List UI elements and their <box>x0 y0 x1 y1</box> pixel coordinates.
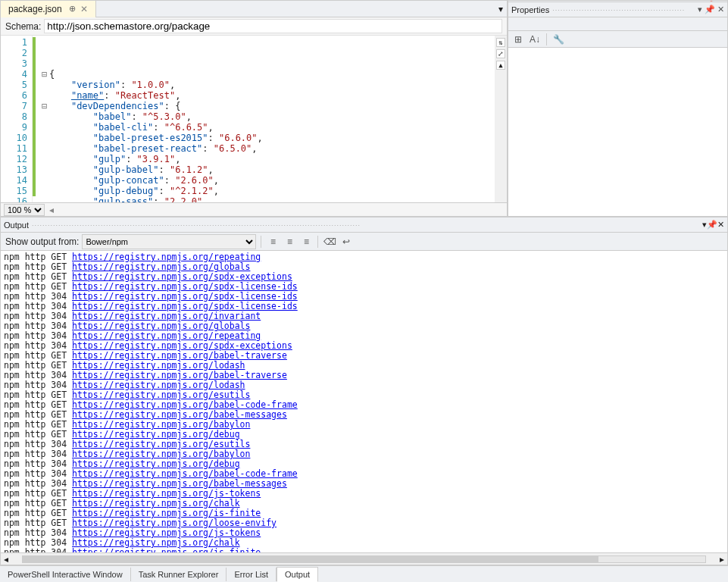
editor-body[interactable]: 1234567891011121314151617 ⊟{ "version": … <box>1 36 507 202</box>
change-marker <box>33 37 36 196</box>
show-output-label: Show output from: <box>5 236 79 247</box>
output-source-select[interactable]: Bower/npm <box>82 234 256 249</box>
dropdown-icon[interactable]: ▾ <box>698 5 702 14</box>
editor-tab-strip: package.json ⊕ ✕ ▾ <box>1 1 507 17</box>
output-body[interactable]: npm http GET https://registry.npmjs.org/… <box>1 251 727 552</box>
properties-selector[interactable] <box>508 17 727 31</box>
tab-error-list[interactable]: Error List <box>227 568 277 581</box>
scroll-thumb[interactable] <box>23 556 598 562</box>
property-pages-icon[interactable]: 🔧 <box>551 33 565 46</box>
zoom-arrow-icon[interactable]: ◂ <box>49 205 54 215</box>
categorized-icon[interactable]: ⊞ <box>511 33 525 46</box>
split-icon[interactable]: ⇅ <box>496 38 505 47</box>
zoom-bar: 100 % ◂ <box>1 202 507 216</box>
panel-title: Output <box>4 221 29 230</box>
tab-powershell[interactable]: PowerShell Interactive Window <box>0 568 131 581</box>
line-number-gutter: 1234567891011121314151617 <box>1 36 33 202</box>
bottom-tab-strip: PowerShell Interactive Window Task Runne… <box>0 565 728 582</box>
pin-icon[interactable]: 📌 <box>705 5 715 14</box>
prev-message-icon[interactable]: ≡ <box>283 235 296 249</box>
close-icon[interactable]: ✕ <box>717 220 724 230</box>
zoom-select[interactable]: 100 % <box>4 204 45 216</box>
close-icon[interactable]: ✕ <box>80 4 88 14</box>
pin-icon[interactable]: ⊕ <box>69 4 76 14</box>
next-message-icon[interactable]: ≡ <box>299 235 313 249</box>
schema-bar: Schema: <box>1 17 507 36</box>
panel-header: Output ∙∙∙∙∙∙∙∙∙∙∙∙∙∙∙∙∙∙∙∙∙∙∙∙∙∙∙∙∙∙∙∙∙… <box>1 217 727 233</box>
nav-up-icon[interactable]: ▲ <box>496 61 505 70</box>
tab-output[interactable]: Output <box>277 567 318 582</box>
properties-body <box>508 48 727 216</box>
output-toolbar: Show output from: Bower/npm ≡ ≡ ≡ ⌫ ↩ <box>1 233 727 251</box>
code-area[interactable]: ⊟{ "version": "1.0.0", "name": "ReactTes… <box>33 36 495 202</box>
toggle-wrap-icon[interactable]: ↩ <box>339 235 353 249</box>
editor-tab-active[interactable]: package.json ⊕ ✕ <box>1 1 96 17</box>
scroll-right-icon[interactable]: ▸ <box>717 554 727 565</box>
tab-task-runner[interactable]: Task Runner Explorer <box>131 568 227 581</box>
scroll-left-icon[interactable]: ◂ <box>1 554 11 565</box>
clear-icon[interactable]: ⌫ <box>323 235 336 249</box>
properties-panel: Properties ∙∙∙∙∙∙∙∙∙∙∙∙∙∙∙∙∙∙∙∙∙∙∙∙∙∙∙∙∙… <box>508 2 728 217</box>
panel-title: Properties <box>511 5 549 14</box>
tab-label: package.json <box>8 4 62 14</box>
scroll-track[interactable] <box>22 555 706 563</box>
properties-toolbar: ⊞ A↓ 🔧 <box>508 31 727 48</box>
output-panel: Output ∙∙∙∙∙∙∙∙∙∙∙∙∙∙∙∙∙∙∙∙∙∙∙∙∙∙∙∙∙∙∙∙∙… <box>0 217 728 565</box>
close-icon[interactable]: ✕ <box>717 5 724 14</box>
editor-scroll-tools: ⇅ ⤢ ▲ <box>495 36 507 202</box>
panel-header: Properties ∙∙∙∙∙∙∙∙∙∙∙∙∙∙∙∙∙∙∙∙∙∙∙∙∙∙∙∙∙… <box>508 2 727 17</box>
tab-overflow-icon[interactable]: ▾ <box>498 4 503 14</box>
editor-area: package.json ⊕ ✕ ▾ Schema: 1234567891011… <box>0 0 508 217</box>
schema-input[interactable] <box>44 19 502 33</box>
alphabetical-icon[interactable]: A↓ <box>528 33 542 46</box>
find-message-icon[interactable]: ≡ <box>266 235 280 249</box>
schema-label: Schema: <box>5 21 41 32</box>
expand-icon[interactable]: ⤢ <box>496 49 505 58</box>
horizontal-scrollbar[interactable]: ◂ ▸ <box>1 552 727 565</box>
pin-icon[interactable]: 📌 <box>707 220 717 230</box>
